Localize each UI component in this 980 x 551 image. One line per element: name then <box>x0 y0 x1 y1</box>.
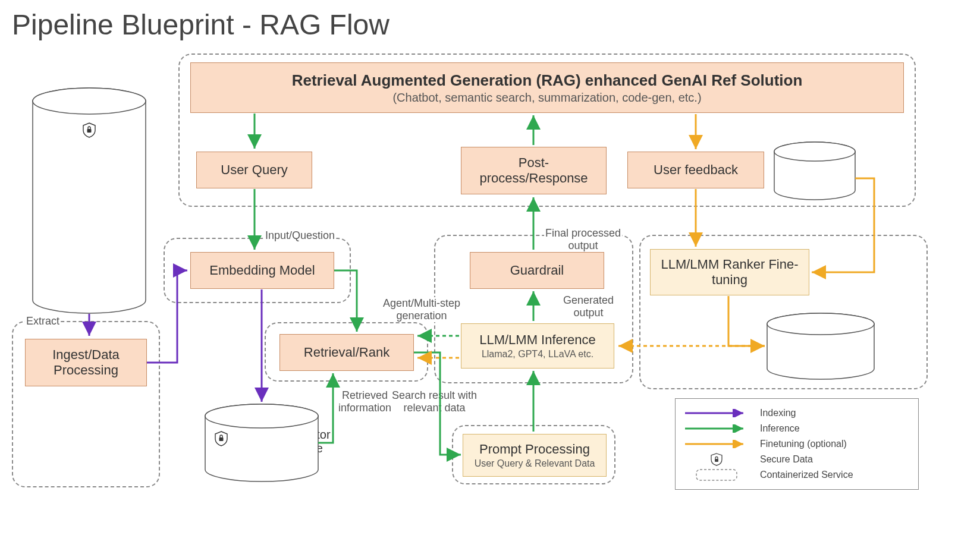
user-query-label: User Query <box>221 162 287 178</box>
prompt-processing-sub: User Query & Relevant Data <box>475 458 595 469</box>
llm-inference-title: LLM/LMM Inference <box>479 332 596 348</box>
lock-shield-icon <box>215 432 227 446</box>
svg-rect-7 <box>87 129 92 133</box>
legend-secure: Secure Data <box>684 452 910 467</box>
legend-indexing: Indexing <box>684 406 910 420</box>
prompt-processing-title: Prompt Processing <box>479 442 590 457</box>
lock-shield-icon <box>710 453 723 466</box>
lock-shield-icon <box>83 123 95 137</box>
search-result-label: Search result with relevant data <box>391 389 478 414</box>
svg-rect-10 <box>219 437 224 441</box>
embedding-label: Embedding Model <box>209 263 315 278</box>
legend-inference-label: Inference <box>760 423 800 434</box>
retrieval-label: Retrieval/Rank <box>304 345 390 360</box>
svg-rect-3 <box>715 459 718 462</box>
svg-point-9 <box>205 404 318 428</box>
legend-finetuning-label: Finetuning (optional) <box>760 439 847 449</box>
tagged-db-label: Tagged data <box>773 160 856 174</box>
page-title: Pipeline Blueprint - RAG Flow <box>12 8 390 41</box>
header-subheading: (Chatbot, semantic search, summarization… <box>392 91 701 105</box>
generated-output-label: Generated output <box>562 294 615 319</box>
header-banner: Retrieval Augmented Generation (RAG) enh… <box>190 62 904 113</box>
llm-inference-box: LLM/LMM Inference Llama2, GPT4, LLaVA et… <box>461 323 614 369</box>
post-process-label: Post-process/Response <box>467 155 600 186</box>
legend-containerized-label: Containerized Service <box>760 470 853 480</box>
enterprise-item: Images & Videos <box>54 162 147 173</box>
enterprise-item: Email & Chat <box>54 173 147 184</box>
enterprise-item: Technical databases <box>54 184 147 196</box>
ingest-box: Ingest/Data Processing <box>25 339 147 386</box>
guardrail-box: Guardrail <box>470 252 604 289</box>
prompt-processing-box: Prompt Processing User Query & Relevant … <box>463 434 607 477</box>
agent-multistep-label: Agent/Multi-step generation <box>382 297 461 322</box>
post-process-box: Post-process/Response <box>461 147 607 194</box>
input-question-label: Input/Question <box>264 229 336 242</box>
svg-rect-4 <box>696 470 737 480</box>
retrieved-info-label: Retrieved information <box>337 389 392 414</box>
enterprise-item: Business Data (SAP, Workday, Salesforce,… <box>54 229 147 251</box>
legend: Indexing Inference Finetuning (optional)… <box>675 398 919 490</box>
index-db-label: Index/Vector Database <box>244 428 351 455</box>
extract-label: Extract <box>25 315 61 328</box>
user-feedback-label: User feedback <box>654 162 738 178</box>
model-repo-label: Model Repository <box>767 333 874 347</box>
legend-finetuning: Finetuning (optional) <box>684 437 910 451</box>
llm-inference-sub: Llama2, GPT4, LLaVA etc. <box>482 349 593 360</box>
guardrail-label: Guardrail <box>510 263 564 278</box>
legend-inference: Inference <box>684 421 910 436</box>
legend-containerized: Containerized Service <box>684 468 910 482</box>
header-heading: Retrieval Augmented Generation (RAG) enh… <box>292 71 803 90</box>
final-output-label: Final processed output <box>544 227 622 252</box>
svg-point-8 <box>205 404 318 428</box>
ranker-box: LLM/LMM Ranker Fine-tuning <box>650 249 809 295</box>
ingest-label: Ingest/Data Processing <box>32 347 140 378</box>
ranker-label: LLM/LMM Ranker Fine-tuning <box>657 257 803 288</box>
enterprise-item: Workplace tools (Github, Slack, Jira, Sh… <box>54 196 147 229</box>
user-query-box: User Query <box>196 152 312 188</box>
enterprise-title: Enterprise Data <box>36 106 143 122</box>
retrieval-box: Retrieval/Rank <box>279 334 414 371</box>
embedding-box: Embedding Model <box>190 252 334 289</box>
legend-indexing-label: Indexing <box>760 408 796 418</box>
enterprise-item: Documents <box>54 150 147 162</box>
enterprise-list: Documents Images & Videos Email & Chat T… <box>43 150 147 251</box>
legend-secure-label: Secure Data <box>760 454 813 465</box>
user-feedback-box: User feedback <box>627 152 764 188</box>
